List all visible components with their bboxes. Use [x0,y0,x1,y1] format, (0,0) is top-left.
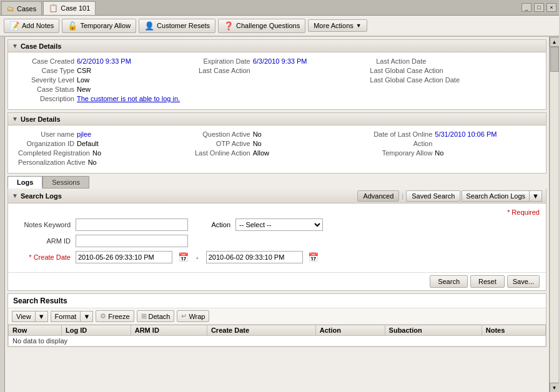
action-select[interactable]: -- Select -- [235,218,323,231]
temporary-allow-icon: 🔓 [67,21,77,31]
close-button[interactable]: × [547,3,557,12]
last-case-label: Last Case Action [194,67,250,74]
customer-resets-button[interactable]: 👤 Customer Resets [139,19,215,33]
last-online-action-label: Last Online Action [194,149,250,157]
last-global-row: Last Global Case Action [370,67,536,74]
last-online-action-row: Last Online Action Allow [194,149,360,157]
calendar-from-icon[interactable]: 📅 [177,252,189,263]
search-action-logs-button[interactable]: Search Action Logs [462,190,529,202]
calendar-to-icon[interactable]: 📅 [308,252,319,263]
question-row: Question Active No [194,130,360,138]
last-global-label: Last Global Case Action [370,67,443,74]
user-col1: User name pjlee Organization ID Default … [13,129,189,169]
reset-button[interactable]: Reset [470,275,505,288]
detach-button[interactable]: ⊞ Detach [137,310,175,322]
user-details-body: User name pjlee Organization ID Default … [8,125,546,173]
scroll-up-button[interactable]: ▲ [550,37,560,47]
date-to-input[interactable] [206,251,303,263]
saved-search-button[interactable]: Saved Search [406,190,460,202]
more-actions-button[interactable]: More Actions ▼ [308,19,367,32]
user-details-title: User Details [21,115,61,123]
col-subaction: Subaction [385,325,482,336]
scroll-down-button[interactable]: ▼ [550,383,560,392]
folder-icon: 🗂 [7,4,14,13]
wrap-button[interactable]: ↵ Wrap [177,310,209,322]
create-date-label: * Create Date [14,253,71,261]
freeze-button[interactable]: ⚙ Freeze [96,310,134,322]
last-action-date-label: Last Action Date [370,57,426,65]
user-col2: Question Active No OTP Active No Last On… [189,129,365,169]
scrollbar-thumb[interactable] [550,47,559,72]
add-notes-button[interactable]: 📝 Add Notes [4,19,59,33]
otp-row: OTP Active No [194,140,360,147]
severity-row: Severity Level Low [18,76,184,84]
tab-logs[interactable]: Logs [7,176,42,189]
form-actions: Search Reset Save... [8,272,546,290]
col-create-date: Create Date [207,325,315,336]
view-button[interactable]: View [12,311,35,322]
last-online-action-value: Allow [253,149,269,157]
format-button[interactable]: Format [51,311,81,322]
scrollbar-track[interactable] [550,47,559,383]
tab-row: Logs Sessions [7,176,547,189]
right-scrollbar: ▲ ▼ [549,37,559,392]
temp-allow-label: Temporary Allow [370,149,432,157]
format-btn-split: Format ▼ [51,311,94,322]
more-actions-dropdown-icon: ▼ [356,22,362,29]
left-resize-handle[interactable] [0,37,5,392]
case-created-row: Case Created 6/2/2010 9:33 PM [18,57,184,65]
view-dropdown[interactable]: ▼ [35,311,48,322]
last-global-date-label: Last Global Case Action Date [370,76,460,84]
freeze-icon: ⚙ [100,312,106,320]
tab-sessions[interactable]: Sessions [42,176,89,189]
no-data-cell: No data to display [9,336,546,346]
case-details-collapse-icon[interactable]: ▼ [12,42,18,49]
case-details-grid: Case Created 6/2/2010 9:33 PM Case Type … [13,56,541,105]
search-logs-collapse-icon[interactable]: ▼ [12,192,18,199]
results-title: Search Results [8,294,546,308]
save-button[interactable]: Save... [507,275,540,288]
last-case-row: Last Case Action [194,67,360,74]
search-button[interactable]: Search [430,275,468,288]
description-value[interactable]: The customer is not able to log in. [77,95,180,102]
case-type-label: Case Type [18,67,74,74]
otp-value: No [253,140,262,147]
date-last-online-label: Date of Last Online [370,130,432,138]
required-note: * Required [507,208,540,216]
col-notes: Notes [482,325,545,336]
results-toolbar: View ▼ Format ▼ ⚙ Freeze ⊞ Detach ↵ Wr [8,308,546,325]
date-last-online-row: Date of Last Online 5/31/2010 10:06 PM [370,130,536,138]
temporary-allow-button[interactable]: 🔓 Temporary Allow [62,19,136,33]
wrap-icon: ↵ [181,312,187,320]
col-row: Row [9,325,62,336]
advanced-button[interactable]: Advanced [357,190,399,202]
user-details-collapse-icon[interactable]: ▼ [12,115,18,122]
minimize-button[interactable]: _ [522,3,532,12]
search-action-logs-dropdown[interactable]: ▼ [529,190,542,202]
username-value: pjlee [77,130,91,138]
question-label: Question Active [194,130,250,138]
case-created-label: Case Created [18,57,74,65]
last-global-date-row: Last Global Case Action Date [370,76,536,84]
no-data-row: No data to display [9,336,546,346]
col-action: Action [315,325,385,336]
search-logs-wrapper: ▼ Search Logs Advanced | Saved Search Se… [7,189,547,291]
search-logs-title-area: ▼ Search Logs [12,192,357,200]
restore-button[interactable]: □ [534,3,544,12]
challenge-questions-button[interactable]: ❓ Challenge Questions [218,19,305,33]
arm-id-input[interactable] [76,235,188,247]
case-type-value: CSR [77,67,91,74]
format-dropdown[interactable]: ▼ [80,311,93,322]
date-from-input[interactable] [76,251,172,263]
org-label: Organization ID [18,140,74,147]
expiration-label: Expiration Date [194,57,250,65]
search-action-logs-split: Search Action Logs ▼ [462,190,542,202]
action-label: Action [370,140,432,147]
action-field-label: Action [193,221,230,228]
tab-case101[interactable]: 📋 Case 101 [43,1,96,15]
detach-icon: ⊞ [141,312,147,320]
case-type-row: Case Type CSR [18,67,184,74]
notes-keyword-input[interactable] [76,218,188,231]
user-details-grid: User name pjlee Organization ID Default … [13,129,541,169]
tab-cases[interactable]: 🗂 Cases [1,1,42,15]
